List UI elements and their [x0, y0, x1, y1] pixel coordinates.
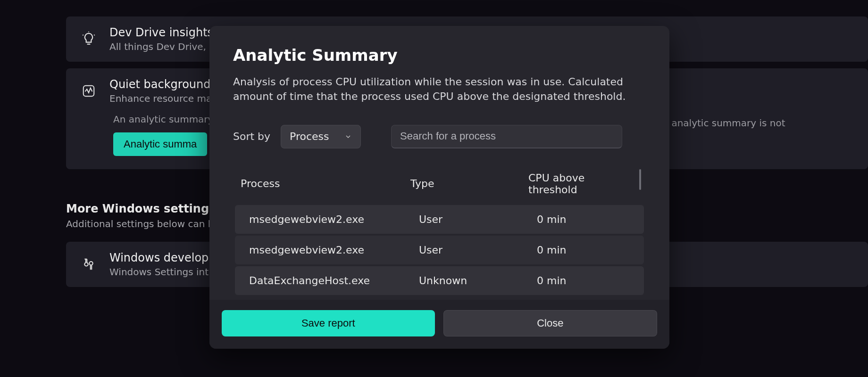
quiet-sub: Enhance resource ma	[109, 93, 212, 104]
process-table: Process Type CPU above threshold msedgew…	[233, 172, 646, 300]
table-row[interactable]: DataExchangeHost.exe Unknown 0 min	[235, 266, 644, 295]
scrollbar[interactable]	[639, 169, 641, 190]
save-report-button[interactable]: Save report	[222, 310, 435, 336]
table-row[interactable]: msedgewebview2.exe User 0 min	[235, 236, 644, 264]
table-body: msedgewebview2.exe User 0 min msedgewebv…	[233, 205, 646, 295]
search-input[interactable]	[391, 125, 622, 148]
dialog-controls: Sort by Process	[233, 125, 646, 148]
quiet-title: Quiet background	[109, 78, 212, 91]
cell-type: User	[419, 213, 537, 225]
svg-line-3	[94, 35, 94, 35]
cell-type: User	[419, 244, 537, 256]
sort-by-label: Sort by	[233, 131, 270, 142]
lightbulb-icon	[79, 32, 98, 47]
cell-process: msedgewebview2.exe	[249, 213, 419, 225]
winsettings-sub: Windows Settings int	[109, 266, 209, 278]
cell-cpu: 0 min	[537, 213, 638, 225]
dialog-description: Analysis of process CPU utilization whil…	[233, 75, 629, 104]
activity-icon	[79, 84, 98, 98]
cell-type: Unknown	[419, 275, 537, 287]
table-header: Process Type CPU above threshold	[233, 172, 646, 205]
analytic-summary-button[interactable]: Analytic summa	[113, 132, 207, 156]
chevron-down-icon	[344, 133, 352, 140]
winsettings-title: Windows develop	[109, 251, 209, 264]
cell-cpu: 0 min	[537, 244, 638, 256]
col-process[interactable]: Process	[241, 178, 410, 189]
cell-cpu: 0 min	[537, 275, 638, 287]
analytic-summary-dialog: Analytic Summary Analysis of process CPU…	[209, 26, 669, 349]
sort-by-value: Process	[290, 131, 329, 142]
close-button[interactable]: Close	[443, 310, 658, 336]
svg-line-2	[83, 35, 83, 35]
dialog-footer: Save report Close	[209, 300, 669, 349]
cell-process: DataExchangeHost.exe	[249, 275, 419, 287]
dialog-title: Analytic Summary	[233, 46, 646, 65]
devdrive-title: Dev Drive insights	[109, 26, 213, 39]
table-row[interactable]: msedgewebview2.exe User 0 min	[235, 205, 644, 234]
cell-process: msedgewebview2.exe	[249, 244, 419, 256]
tools-icon	[79, 257, 98, 271]
devdrive-sub: All things Dev Drive,	[109, 41, 213, 52]
sort-by-select[interactable]: Process	[281, 125, 361, 148]
col-type[interactable]: Type	[410, 178, 528, 189]
col-cpu[interactable]: CPU above threshold	[528, 172, 638, 196]
